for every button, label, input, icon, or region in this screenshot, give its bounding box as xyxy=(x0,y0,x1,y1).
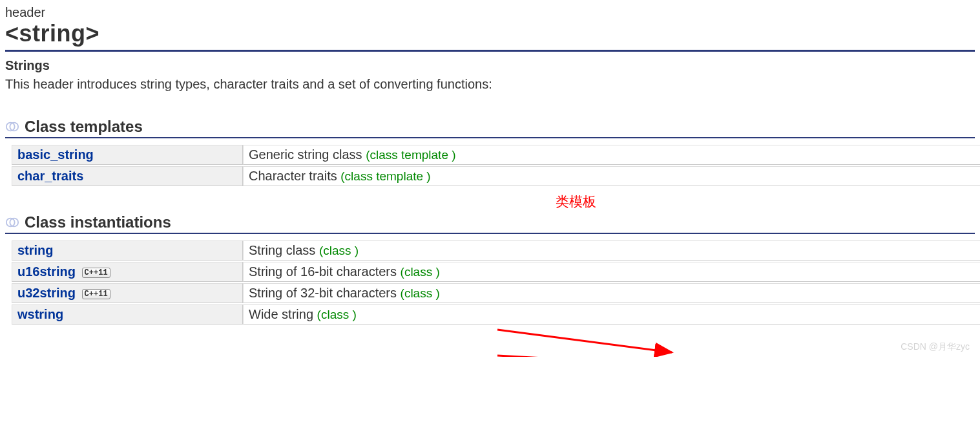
link-u32string[interactable]: u32string xyxy=(17,286,76,300)
section-class-templates: Class templates basic_string Generic str… xyxy=(5,118,975,187)
type-tag: (class ) xyxy=(319,244,359,257)
section-title: Class instantiations xyxy=(25,213,171,231)
type-tag: (class ) xyxy=(401,265,440,279)
section-header: Class templates xyxy=(5,118,975,138)
link-wstring[interactable]: wstring xyxy=(17,307,63,321)
desc-text: Generic string class xyxy=(249,147,362,162)
row-desc: Generic string class (class template ) xyxy=(243,145,980,165)
desc-text: String class xyxy=(249,243,315,257)
row-desc: Character traits (class template ) xyxy=(243,166,980,186)
desc-text: Wide string xyxy=(249,307,313,321)
row-desc: String of 32-bit characters (class ) xyxy=(243,283,980,303)
link-basic-string[interactable]: basic_string xyxy=(17,147,94,162)
intro-text: This header introduces string types, cha… xyxy=(5,77,975,92)
svg-line-5 xyxy=(497,330,672,352)
cpp11-badge: C++11 xyxy=(82,289,110,299)
row-desc: String class (class ) xyxy=(243,240,980,261)
page-title: <string> xyxy=(5,20,975,47)
table-row: basic_string Generic string class (class… xyxy=(12,145,980,165)
class-instantiations-table: string String class (class ) u16string C… xyxy=(12,239,980,326)
title-rule xyxy=(5,50,975,52)
desc-text: Character traits xyxy=(249,169,337,183)
subheading: Strings xyxy=(5,58,975,73)
link-char-traits[interactable]: char_traits xyxy=(17,169,83,183)
desc-text: String of 32-bit characters xyxy=(249,286,397,300)
table-row: string String class (class ) xyxy=(12,240,980,261)
link-icon xyxy=(5,215,19,229)
type-tag: (class template ) xyxy=(340,169,430,183)
section-title: Class templates xyxy=(25,118,143,136)
section-header: Class instantiations xyxy=(5,213,975,234)
watermark: CSDN @月华zyc xyxy=(901,341,970,353)
type-tag: (class ) xyxy=(401,286,440,300)
table-row: wstring Wide string (class ) xyxy=(12,304,980,325)
header-label: header xyxy=(5,5,975,20)
svg-line-6 xyxy=(497,356,672,357)
type-tag: (class ) xyxy=(317,308,357,321)
table-row: u32string C++11 String of 32-bit charact… xyxy=(12,283,980,303)
table-row: char_traits Character traits (class temp… xyxy=(12,166,980,186)
link-icon xyxy=(5,120,19,134)
type-tag: (class template ) xyxy=(366,148,455,162)
link-u16string[interactable]: u16string xyxy=(17,264,76,279)
section-class-instantiations: Class instantiations string String class… xyxy=(5,213,975,326)
table-row: u16string C++11 String of 16-bit charact… xyxy=(12,262,980,282)
annotation-class-template: 类模板 xyxy=(556,193,596,211)
row-desc: Wide string (class ) xyxy=(243,304,980,325)
row-desc: String of 16-bit characters (class ) xyxy=(243,262,980,282)
cpp11-badge: C++11 xyxy=(82,268,110,278)
link-string[interactable]: string xyxy=(17,243,54,257)
desc-text: String of 16-bit characters xyxy=(249,264,397,279)
class-templates-table: basic_string Generic string class (class… xyxy=(12,144,980,187)
